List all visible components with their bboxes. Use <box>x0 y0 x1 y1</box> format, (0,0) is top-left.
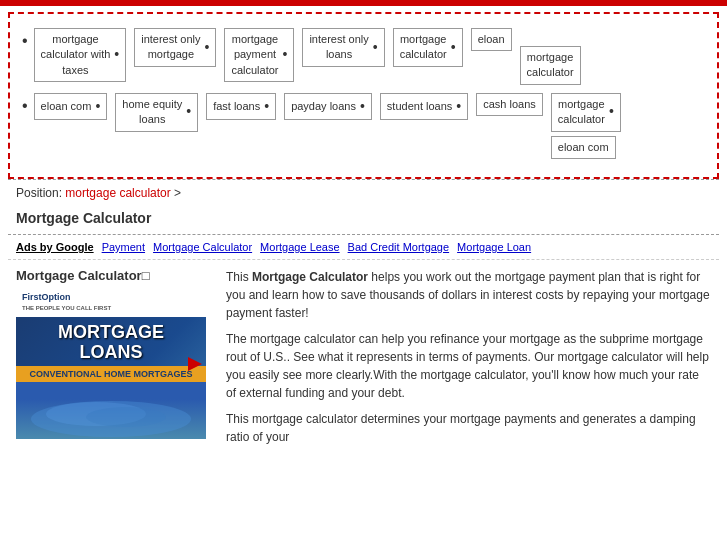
tag-mortgage-calc-taxes[interactable]: mortgagecalculator withtaxes <box>34 28 127 82</box>
tag-mortgage-payment-calc[interactable]: mortgagepaymentcalculator <box>224 28 294 82</box>
right-column: This Mortgage Calculator helps you work … <box>226 268 711 454</box>
tag-cash-loans[interactable]: cash loans <box>476 93 543 116</box>
bullet-2: • <box>22 97 28 115</box>
top-border <box>0 0 727 6</box>
tag-mortgage-calculator-3[interactable]: mortgagecalculator <box>551 93 621 132</box>
breadcrumb: Position: mortgage calculator > <box>8 179 719 206</box>
tag-home-equity-loans[interactable]: home equityloans <box>115 93 198 132</box>
ad-link-mortgage-loan[interactable]: Mortgage Loan <box>457 241 531 253</box>
section-title-suffix: □ <box>142 268 150 283</box>
map-area <box>16 382 206 439</box>
first-option-logo: FirstOption THE PEOPLE YOU CALL FIRST <box>22 293 111 313</box>
first-option-name: FirstOption <box>22 292 71 302</box>
first-option-tagline: THE PEOPLE YOU CALL FIRST <box>22 305 111 311</box>
conventional-bar: CONVENTIONAL HOME MORTGAGES <box>16 366 206 382</box>
tag-fast-loans[interactable]: fast loans <box>206 93 276 121</box>
paragraph-3: This mortgage calculator determines your… <box>226 410 711 446</box>
left-column: Mortgage Calculator□ FirstOption THE PEO… <box>16 268 216 454</box>
tag-interest-only-loans[interactable]: interest onlyloans <box>302 28 384 67</box>
section-title: Mortgage Calculator <box>16 268 142 283</box>
content-area: Mortgage Calculator□ FirstOption THE PEO… <box>8 260 719 462</box>
page-title-section: Mortgage Calculator <box>8 206 719 235</box>
ad-link-mortgage-calculator[interactable]: Mortgage Calculator <box>153 241 252 253</box>
tag-mortgage-calculator-1[interactable]: mortgagecalculator <box>393 28 463 67</box>
tag-row-1: • mortgagecalculator withtaxes interest … <box>22 26 705 87</box>
tag-eloan[interactable]: eloan <box>471 28 512 51</box>
paragraph-2: The mortgage calculator can help you ref… <box>226 330 711 402</box>
tags-area: • mortgagecalculator withtaxes interest … <box>18 22 709 169</box>
tag-interest-only-mortgage[interactable]: interest onlymortgage <box>134 28 216 67</box>
tag-payday-loans[interactable]: payday loans <box>284 93 372 121</box>
tag-row-2: • eloan com home equityloans fast loans … <box>22 91 705 161</box>
ad-link-mortgage-lease[interactable]: Mortgage Lease <box>260 241 340 253</box>
ads-section: Ads by Google Payment Mortgage Calculato… <box>8 235 719 260</box>
ad-image-box[interactable]: FirstOption THE PEOPLE YOU CALL FIRST MO… <box>16 289 206 439</box>
tag-student-loans[interactable]: student loans <box>380 93 468 121</box>
svg-point-2 <box>86 407 166 427</box>
outer-dashed-box: • mortgagecalculator withtaxes interest … <box>8 12 719 179</box>
ad-link-bad-credit[interactable]: Bad Credit Mortgage <box>348 241 450 253</box>
tag-eloan-com-2[interactable]: eloan com <box>551 136 616 159</box>
breadcrumb-suffix: > <box>171 186 181 200</box>
ad-top-bar: FirstOption THE PEOPLE YOU CALL FIRST <box>16 289 206 317</box>
mortgage-loans-text: MORTGAGELOANS <box>58 323 164 363</box>
breadcrumb-prefix: Position: <box>16 186 65 200</box>
map-svg <box>16 382 206 439</box>
bullet-1: • <box>22 32 28 50</box>
section-header: Mortgage Calculator□ <box>16 268 216 283</box>
paragraph-1: This Mortgage Calculator helps you work … <box>226 268 711 322</box>
breadcrumb-link[interactable]: mortgage calculator <box>65 186 170 200</box>
ads-by-google-label: Ads by Google <box>16 241 94 253</box>
page-title: Mortgage Calculator <box>16 210 151 226</box>
tag-eloan-com-1[interactable]: eloan com <box>34 93 108 121</box>
tag-mortgage-calculator-2[interactable]: mortgagecalculator <box>520 46 581 85</box>
ad-link-payment[interactable]: Payment <box>102 241 145 253</box>
